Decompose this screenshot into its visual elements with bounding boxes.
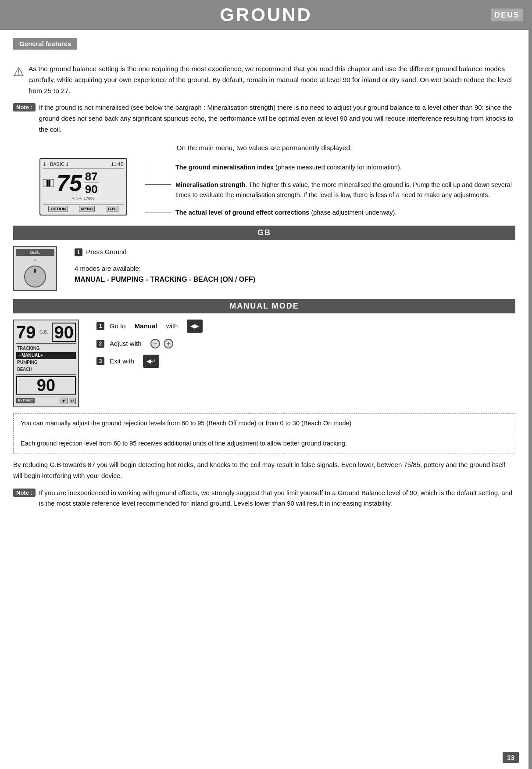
gb-knob-dot [34,269,36,273]
gb-section: G.B. ^ 1 Press Ground 4 modes are availa… [13,246,515,291]
warning-text: As the ground balance setting is the one… [29,64,515,96]
gb-knob-area: ^ [16,258,54,288]
section-manual-mode: MANUAL MODE [13,299,515,313]
step-line-3: 3 Exit with ◀↵ [96,355,515,368]
device-small-nums: 87 90 [84,170,99,196]
manual-step1-word: Manual [135,320,157,333]
gb-step1: 1 Press Ground [75,246,515,258]
menu-manual: →MANUAL+ [16,352,76,359]
manual-big-right: 90 [52,323,76,342]
body-text-1: By reducing G.B towards 87 you will begi… [13,460,515,482]
device-gb-btn: G.B. [106,206,118,212]
manual-screen: 79 G.B. 90 TRACKING →MANUAL+ PUMPING BEA… [13,320,79,407]
step-line-1: 1 Go to Manual with ◀▶ [96,320,515,333]
device-small-num2: 90 [84,183,99,196]
dashed-box: You can manually adjust the ground rejec… [13,413,515,454]
display-device: 1 - BASIC 1 11:4B ▐▌ 75 87 90 ∿∿∿ 17605 [39,158,136,216]
manual-step-num-2: 2 [96,340,104,348]
manual-big-bottom: 90 [16,376,76,395]
minus-btn: − [150,339,160,349]
step-num-1: 1 [75,248,82,256]
manual-enter-btn[interactable]: ↵ [69,398,76,404]
annotation-line-2 [145,184,171,185]
gb-device: G.B. ^ [13,246,61,291]
gb-knob [24,266,46,287]
page-body: General features ⚠ As the ground balance… [0,30,532,769]
modes-text: 4 modes are available: MANUAL - PUMPING … [75,263,515,285]
note-block-2: Note : If you are inexperienced in worki… [13,488,515,510]
device-small-num1: 87 [85,170,98,183]
manual-instructions: 1 Go to Manual with ◀▶ 2 Adjust with − +… [96,320,515,372]
device-option-btn: OPTION [48,206,68,212]
annotation-text-3: The actual level of ground effect correc… [175,208,515,217]
page-title: GROUND [220,4,312,25]
gb-label-bar: G.B. [16,249,54,256]
manual-step3-text: Exit with [110,355,134,368]
annotation-text-2: Mineralisation strength. The higher this… [175,180,515,200]
manual-menu-list: TRACKING →MANUAL+ PUMPING BEACH [16,345,76,373]
device-bottom-bar: OPTION MENU G.B. [43,204,124,212]
section-general-features: General features [13,38,77,50]
gb-screen: G.B. ^ [13,246,57,291]
manual-down-btn[interactable]: ▼ [60,398,68,404]
manual-nav-icon: ◀▶ [187,320,203,333]
manual-arrow-btns: ▼ ↵ [60,398,76,404]
note-label-2: Note : [13,489,36,497]
manual-gb-label: G.B. [39,330,48,334]
page-number: 13 [503,752,519,763]
logo: DEUS [491,9,523,22]
manual-section: 79 G.B. 90 TRACKING →MANUAL+ PUMPING BEA… [13,320,515,407]
gb-instructions: 1 Press Ground 4 modes are available: MA… [75,246,515,285]
device-bottom-label: ∿∿∿ 17605 [43,196,124,201]
dashed-box-line1: You can manually adjust the ground rejec… [21,418,508,428]
device-top-left: 1 - BASIC 1 [43,162,68,167]
dashed-box-line2: Each ground rejection level from 60 to 9… [21,438,508,449]
manual-step-num-3: 3 [96,357,104,365]
manual-step2-text: Adjust with [110,337,142,350]
device-menu-btn: MENU [79,206,95,212]
annotations: The ground mineralisation index (phase m… [145,158,515,218]
manual-step-num-1: 1 [96,322,104,330]
display-section: 1 - BASIC 1 11:4B ▐▌ 75 87 90 ∿∿∿ 17605 [39,158,515,218]
device-big-num: 75 [57,172,82,194]
device-numbers: ▐▌ 75 87 90 [43,170,124,196]
annotation-line-3 [145,212,171,212]
logo-text: DEUS [494,11,520,19]
note-block-1: Note : If the ground is not mineralised … [13,102,515,135]
manual-step1-suffix: with [166,320,178,333]
annotation-3: The actual level of ground effect correc… [145,208,515,217]
manual-bottom-row: EXPERT ▼ ↵ [16,398,76,404]
page-header: GROUND DEUS [0,0,532,30]
manual-expert-label: EXPERT [16,398,35,403]
modes-list: MANUAL - PUMPING - TRACKING - BEACH (ON … [75,276,255,283]
menu-beach: BEACH [16,366,76,373]
manual-device: 79 G.B. 90 TRACKING →MANUAL+ PUMPING BEA… [13,320,83,407]
device-top-bar: 1 - BASIC 1 11:4B [43,162,124,169]
step-line-2: 2 Adjust with − + [96,337,515,350]
device-top-right: 11:4B [111,162,124,167]
warning-icon: ⚠ [13,65,24,79]
device-screen: 1 - BASIC 1 11:4B ▐▌ 75 87 90 ∿∿∿ 17605 [39,158,127,216]
center-display-text: On the main menu, two values are permane… [13,144,515,152]
annotation-line-1 [145,167,171,167]
manual-step1-text: Go to [110,320,126,333]
annotation-2: Mineralisation strength. The higher this… [145,180,515,200]
manual-screen-top: 79 G.B. 90 [16,323,76,342]
note-text-2: If you are inexperienced in working with… [39,488,515,510]
note-text-1: If the ground is not mineralised (see be… [39,102,515,135]
warning-block: ⚠ As the ground balance setting is the o… [13,64,515,96]
menu-tracking: TRACKING [16,345,76,352]
section-gb: GB [13,226,515,240]
exit-btn-icon: ◀↵ [143,355,159,368]
note-label-1: Note : [13,103,36,111]
annotation-text-1: The ground mineralisation index (phase m… [175,162,515,172]
annotation-1: The ground mineralisation index (phase m… [145,162,515,172]
battery-icon: ▐▌ [43,179,54,187]
manual-big-left: 79 [16,323,36,341]
menu-pumping: PUMPING [16,359,76,366]
plus-btn: + [164,339,173,349]
